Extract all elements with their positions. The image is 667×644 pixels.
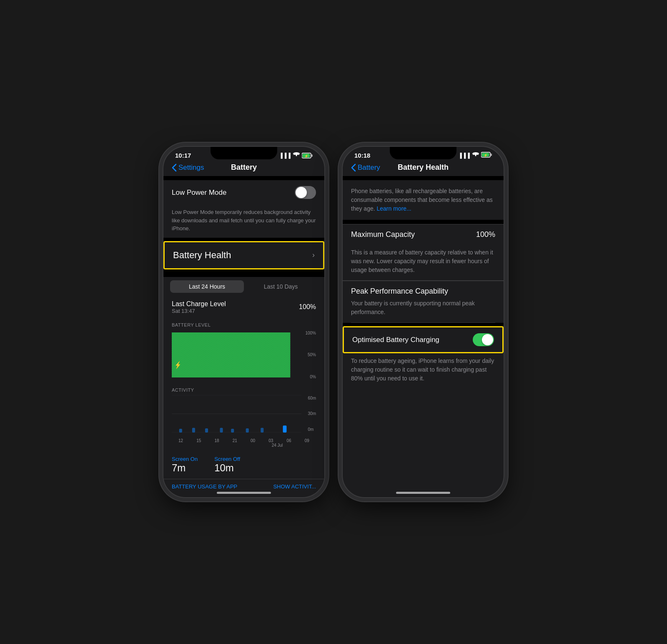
nav-bar-right: Battery Battery Health [343,161,504,176]
tab-last-10d[interactable]: Last 10 Days [244,280,318,293]
wifi-icon-right [472,152,479,158]
last-charge-sublabel: Sat 13:47 [172,308,226,314]
left-phone: 10:17 ▐▐▐ ⚡ Settings Battery [163,146,325,498]
optimised-description: To reduce battery ageing, iPhone learns … [343,353,504,389]
date-label: 24 Jul [272,443,283,448]
nav-bar-left: Settings Battery [163,161,324,176]
time-tabs: Last 24 Hours Last 10 Days [163,277,324,296]
page-title-left: Battery [231,163,257,172]
svg-rect-16 [261,428,263,432]
battery-health-label: Battery Health [173,250,231,261]
right-phone: 10:18 ▐▐▐ ⚡ Battery Battery Health [342,146,504,498]
screen-on-label: Screen On [172,456,198,462]
battery-level-chart-section: BATTERY LEVEL ⚡ [163,318,324,384]
tab-last-24h[interactable]: Last 24 Hours [170,280,244,293]
svg-text:⚡: ⚡ [175,361,181,369]
battery-level-label: BATTERY LEVEL [172,322,316,327]
optimised-toggle-knob [482,334,493,345]
optimised-toggle[interactable] [473,333,494,346]
battery-health-row[interactable]: Battery Health › [163,241,324,269]
x-label-03: 03 [268,438,273,443]
last-charge-row: Last Charge Level Sat 13:47 100% [163,296,324,318]
x-label-21: 21 [233,438,237,443]
home-indicator-left [217,492,271,494]
intro-text-block: Phone batteries, like all rechargeable b… [343,180,504,220]
low-power-label: Low Power Mode [172,189,226,197]
battery-chart: ⚡ 100% 50% 0% [172,330,316,380]
screen-off-value: 10m [214,462,240,474]
status-time-left: 10:17 [175,152,191,159]
phone-notch-right [390,147,456,159]
activity-chart: 60m 30m 0m [172,395,316,433]
peak-performance-desc: Your battery is currently supporting nor… [351,299,495,323]
svg-rect-15 [246,428,249,432]
optimised-charging-row: Optimised Battery Charging [343,326,504,353]
chevron-icon: › [312,251,315,259]
battery-icon-left: ⚡ [302,153,313,158]
y-label-0: 0% [305,375,316,379]
x-axis-labels: 12 15 18 21 00 03 06 09 [163,437,324,443]
screen-on-value: 7m [172,462,198,474]
svg-rect-12 [205,428,208,432]
x-label-00: 00 [251,438,255,443]
intro-text: Phone batteries, like all rechargeable b… [351,188,493,212]
status-icons-left: ▐▐▐ ⚡ [279,152,313,158]
screen-on-stat: Screen On 7m [172,456,198,474]
x-label-18: 18 [215,438,219,443]
y-label-0m: 0m [308,427,316,432]
screen-stats: Screen On 7m Screen Off 10m [163,451,324,479]
status-time-right: 10:18 [354,152,370,159]
back-button-left[interactable]: Settings [172,164,204,172]
signal-icon-left: ▐▐▐ [279,153,291,158]
phones-container: 10:17 ▐▐▐ ⚡ Settings Battery [163,146,504,498]
y-label-100: 100% [305,331,316,335]
svg-rect-20 [491,153,492,156]
optimised-label: Optimised Battery Charging [352,336,439,344]
toggle-knob [296,187,307,198]
phone-notch [211,147,277,159]
battery-icon-right: ⚡ [481,152,492,159]
status-icons-right: ▐▐▐ ⚡ [458,152,492,159]
back-button-right[interactable]: Battery [351,164,380,172]
page-title-right: Battery Health [398,163,449,172]
low-power-toggle[interactable] [295,186,316,199]
low-power-mode-row: Low Power Mode [163,180,324,205]
activity-chart-section: ACTIVITY [163,384,324,437]
x-label-09: 09 [305,438,309,443]
svg-rect-14 [231,429,234,433]
svg-rect-13 [220,428,223,432]
svg-rect-2 [311,154,313,157]
x-label-06: 06 [287,438,291,443]
peak-performance-label: Peak Performance Capability [351,287,495,296]
svg-rect-11 [192,428,195,432]
back-label-right: Battery [358,164,380,172]
peak-performance-section: Peak Performance Capability Your battery… [343,281,504,323]
wifi-icon-left [293,152,300,158]
battery-usage-link[interactable]: BATTERY USAGE BY APP [172,483,237,490]
phone-content-right: Phone batteries, like all rechargeable b… [343,176,504,389]
svg-text:⚡: ⚡ [304,154,308,158]
y-label-30m: 30m [308,411,316,416]
y-label-60m: 60m [308,396,316,400]
max-capacity-value: 100% [476,230,495,239]
home-indicator-right [396,492,450,494]
max-capacity-row: Maximum Capacity 100% [343,224,504,245]
svg-text:⚡: ⚡ [484,153,488,157]
svg-rect-17 [283,425,287,433]
x-label-15: 15 [196,438,201,443]
low-power-description: Low Power Mode temporarily reduces backg… [163,205,324,238]
max-capacity-description: This is a measure of battery capacity re… [343,245,504,281]
last-charge-label: Last Charge Level [172,300,226,308]
y-label-50: 50% [305,352,316,357]
activity-label: ACTIVITY [172,387,316,392]
x-label-12: 12 [178,438,183,443]
screen-off-label: Screen Off [214,456,240,462]
last-charge-value: 100% [299,303,316,311]
max-capacity-label: Maximum Capacity [351,230,415,239]
phone-content-left: Low Power Mode Low Power Mode temporaril… [163,176,324,494]
back-label-left: Settings [178,164,204,172]
learn-more-link[interactable]: Learn more... [377,205,411,212]
show-activity-link[interactable]: SHOW ACTIVIT... [273,483,316,490]
signal-icon-right: ▐▐▐ [458,153,470,158]
screen-off-stat: Screen Off 10m [214,456,240,474]
